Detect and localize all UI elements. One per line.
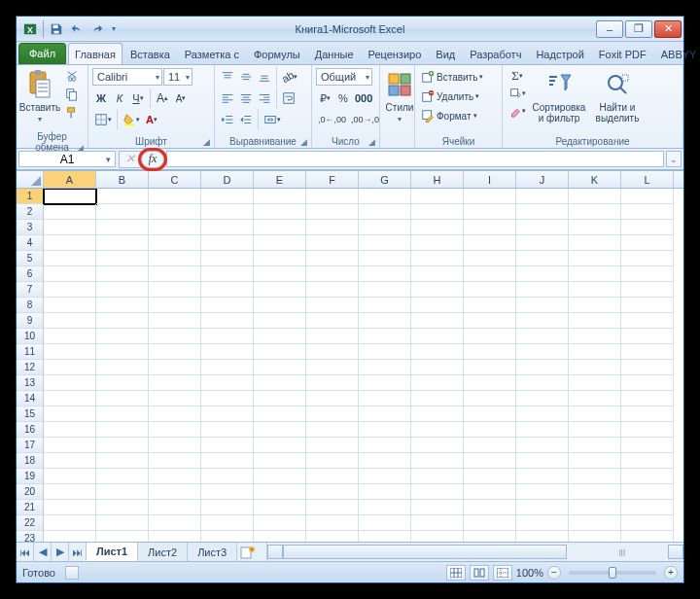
cell[interactable] xyxy=(569,204,621,220)
cell[interactable] xyxy=(149,438,201,453)
align-left-icon[interactable] xyxy=(219,89,236,107)
align-right-icon[interactable] xyxy=(256,89,273,107)
cell[interactable] xyxy=(96,515,149,531)
cell[interactable] xyxy=(569,220,621,235)
cell[interactable] xyxy=(569,484,621,500)
cell[interactable] xyxy=(306,438,359,453)
paste-dropdown-icon[interactable]: ▾ xyxy=(38,115,42,123)
cell[interactable] xyxy=(516,329,569,344)
row-header[interactable]: 14 xyxy=(17,391,44,406)
cell[interactable] xyxy=(306,453,359,469)
cell[interactable] xyxy=(411,329,464,344)
row-header[interactable]: 19 xyxy=(17,469,44,484)
cell[interactable] xyxy=(411,515,464,531)
sheet-tab[interactable]: Лист1 xyxy=(86,543,138,561)
insert-cells-button[interactable]: Вставить▾ xyxy=(419,68,485,86)
page-break-view-icon[interactable] xyxy=(493,565,512,581)
page-layout-view-icon[interactable] xyxy=(470,565,489,581)
cell[interactable] xyxy=(254,406,306,422)
cell[interactable] xyxy=(44,344,96,360)
row-header[interactable]: 13 xyxy=(17,375,44,391)
cell[interactable] xyxy=(411,484,464,500)
sheet-first-icon[interactable]: ⏮ xyxy=(17,543,34,561)
cell[interactable] xyxy=(44,220,96,235)
align-bottom-icon[interactable] xyxy=(256,68,273,86)
cell[interactable] xyxy=(149,500,201,515)
sheet-last-icon[interactable]: ⏭ xyxy=(69,543,87,561)
cell[interactable] xyxy=(306,251,359,266)
sheet-prev-icon[interactable]: ◀ xyxy=(34,543,52,561)
cell[interactable] xyxy=(411,391,464,406)
cell[interactable] xyxy=(306,406,359,422)
cell[interactable] xyxy=(411,344,464,360)
styles-dropdown-icon[interactable]: ▾ xyxy=(398,115,402,123)
cell[interactable] xyxy=(621,406,674,422)
cell[interactable] xyxy=(44,375,96,391)
minimize-button[interactable]: – xyxy=(596,20,623,38)
cell[interactable] xyxy=(44,235,96,251)
cell[interactable] xyxy=(516,189,569,204)
cell[interactable] xyxy=(201,266,254,282)
cell[interactable] xyxy=(44,469,96,484)
cell[interactable] xyxy=(149,391,201,406)
cell[interactable] xyxy=(411,266,464,282)
autosum-icon[interactable]: Σ▾ xyxy=(507,67,528,85)
cell[interactable] xyxy=(306,375,359,391)
cell[interactable] xyxy=(621,391,674,406)
cell[interactable] xyxy=(569,438,621,453)
cell[interactable] xyxy=(254,220,306,235)
row-header[interactable]: 21 xyxy=(17,500,44,515)
cell[interactable] xyxy=(44,298,96,313)
decrease-indent-icon[interactable] xyxy=(219,111,236,128)
cell[interactable] xyxy=(201,204,254,220)
cell[interactable] xyxy=(464,282,516,298)
column-header[interactable]: F xyxy=(306,171,359,188)
cell[interactable] xyxy=(411,375,464,391)
close-button[interactable]: ✕ xyxy=(654,20,682,38)
cell[interactable] xyxy=(306,266,359,282)
cell[interactable] xyxy=(569,453,621,469)
cell[interactable] xyxy=(411,282,464,298)
column-header[interactable]: K xyxy=(569,171,621,188)
cell[interactable] xyxy=(201,422,254,438)
number-format-combo[interactable]: Общий xyxy=(316,68,372,86)
cell[interactable] xyxy=(359,313,411,329)
cell[interactable] xyxy=(254,438,306,453)
cell[interactable] xyxy=(621,469,674,484)
cell[interactable] xyxy=(254,329,306,344)
cell[interactable] xyxy=(44,251,96,266)
cell[interactable] xyxy=(254,375,306,391)
cell[interactable] xyxy=(621,375,674,391)
cell[interactable] xyxy=(254,344,306,360)
cell[interactable] xyxy=(464,298,516,313)
cell[interactable] xyxy=(44,189,96,204)
cell[interactable] xyxy=(411,453,464,469)
cell[interactable] xyxy=(254,235,306,251)
fill-icon[interactable]: ▾ xyxy=(507,85,528,102)
excel-icon[interactable]: X xyxy=(20,19,40,39)
macro-record-icon[interactable] xyxy=(65,566,79,580)
format-cells-button[interactable]: Формат▾ xyxy=(419,107,479,124)
cell[interactable] xyxy=(306,344,359,360)
cell[interactable] xyxy=(96,375,149,391)
qat-customize-icon[interactable]: ▾ xyxy=(108,19,120,39)
cell[interactable] xyxy=(359,422,411,438)
cell[interactable] xyxy=(96,235,149,251)
cell[interactable] xyxy=(306,484,359,500)
cell[interactable] xyxy=(621,220,674,235)
cell[interactable] xyxy=(201,484,254,500)
row-header[interactable]: 2 xyxy=(17,204,44,220)
cell[interactable] xyxy=(96,204,149,220)
bold-button[interactable]: Ж xyxy=(92,89,110,107)
save-icon[interactable] xyxy=(47,19,66,39)
cell[interactable] xyxy=(411,235,464,251)
cell[interactable] xyxy=(306,313,359,329)
cell[interactable] xyxy=(569,422,621,438)
row-header[interactable]: 11 xyxy=(17,344,44,360)
cell[interactable] xyxy=(96,251,149,266)
tab-главная[interactable]: Главная xyxy=(68,43,122,64)
cell[interactable] xyxy=(149,422,201,438)
cell[interactable] xyxy=(149,266,201,282)
cell[interactable] xyxy=(44,484,96,500)
cell[interactable] xyxy=(96,500,149,515)
